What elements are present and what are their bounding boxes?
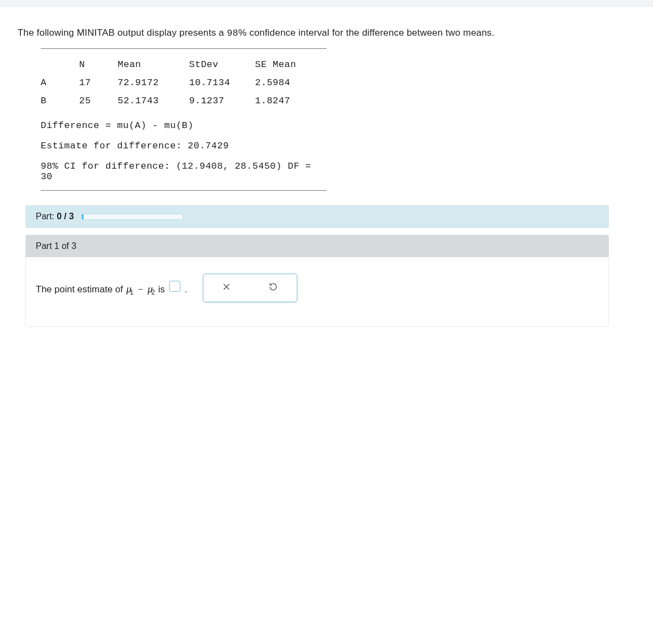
table-row: A 17 72.9172 10.7134 2.5984 (41, 74, 326, 92)
part-pre: Part: (36, 212, 57, 221)
page-content: The following MINITAB output display pre… (0, 7, 653, 327)
row-b-mean: 52.1743 (118, 92, 189, 110)
intro-text: The following MINITAB output display pre… (18, 27, 638, 38)
q-mid: is (158, 284, 165, 295)
minitab-line-diff: Difference = mu(A) - mu(B) (41, 115, 326, 136)
row-a-mean: 72.9172 (118, 74, 189, 92)
top-strip (0, 0, 653, 7)
part-1-head: Part 1 of 3 (26, 235, 608, 257)
minitab-output: N Mean StDev SE Mean A 17 72.9172 10.713… (41, 48, 326, 191)
table-head-row: N Mean StDev SE Mean (41, 55, 326, 74)
intro-a: The following MINITAB output display pre… (18, 27, 227, 38)
intro-c: % confidence interval for the difference… (238, 27, 494, 38)
mu2: μ2 (148, 283, 155, 295)
mu1: μ1 (126, 283, 134, 295)
row-b-n: 25 (79, 92, 118, 110)
intro-pct: 98 (227, 28, 239, 38)
table-row: B 25 52.1743 9.1237 1.8247 (41, 92, 326, 110)
minitab-line-ci: 98% CI for difference: (12.9408, 28.5450… (41, 156, 326, 187)
row-a-se: 2.5984 (255, 74, 326, 92)
col-stdev: StDev (189, 55, 255, 74)
rule-top (41, 48, 326, 49)
row-b-sd: 9.1237 (189, 92, 255, 110)
row-a-label: A (41, 74, 79, 92)
minitab-line-est: Estimate for difference: 20.7429 (41, 136, 326, 156)
col-mean: Mean (118, 55, 189, 74)
answer-toolbar (203, 274, 297, 302)
minus-sign: − (137, 284, 145, 295)
mu1-sub: 1 (130, 288, 134, 296)
row-b-label: B (41, 92, 79, 110)
col-n: N (79, 55, 118, 74)
minitab-table: N Mean StDev SE Mean A 17 72.9172 10.713… (41, 55, 326, 110)
col-semean: SE Mean (255, 55, 326, 74)
question-sentence: The point estimate of μ1 − μ2 is . (36, 281, 187, 295)
answer-blank[interactable] (169, 281, 180, 292)
row-b-se: 1.8247 (255, 92, 326, 110)
q-post: . (185, 284, 187, 295)
undo-icon (268, 281, 279, 295)
clear-button[interactable] (220, 282, 233, 294)
part-1-title: Part 1 of 3 (36, 241, 76, 251)
part-1-body: The point estimate of μ1 − μ2 is . (26, 257, 608, 326)
close-icon (221, 281, 232, 295)
part-1-panel: Part 1 of 3 The point estimate of μ1 − μ… (25, 235, 609, 327)
progress-fill (82, 214, 84, 219)
q-pre: The point estimate of (36, 284, 123, 295)
row-a-n: 17 (79, 74, 118, 92)
part-progress-label: Part: 0 / 3 (36, 212, 74, 221)
rule-bottom (41, 190, 326, 191)
mu2-sub: 2 (151, 288, 155, 296)
part-progress-panel: Part: 0 / 3 (25, 205, 609, 228)
row-a-sd: 10.7134 (189, 74, 255, 92)
part-progress-head: Part: 0 / 3 (26, 206, 608, 227)
part-val: 0 / 3 (57, 212, 74, 221)
progress-bar (81, 214, 183, 220)
reset-button[interactable] (267, 282, 279, 294)
